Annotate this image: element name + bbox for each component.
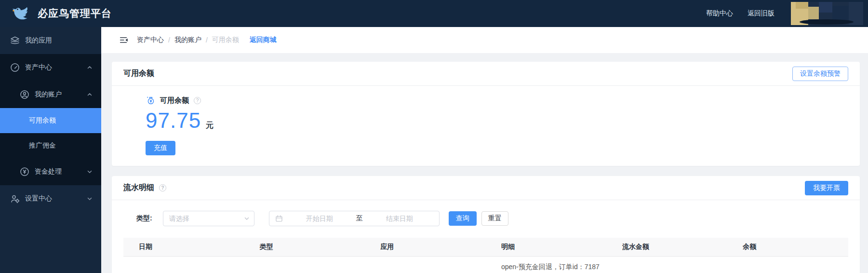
table-header-detail: 明细 [486, 238, 607, 256]
balance-unit: 元 [206, 121, 214, 131]
app-root: 必应鸟管理平台 帮助中心 返回旧版 我的应用 [0, 0, 868, 273]
balance-card-title: 可用余额 [123, 68, 154, 79]
brand-title: 必应鸟管理平台 [38, 7, 112, 20]
chevron-down-icon [244, 216, 250, 221]
balance-label: 可用余额 [160, 96, 189, 105]
breadcrumb-item-asset-center[interactable]: 资产中心 [137, 36, 164, 44]
cell-amount [607, 256, 728, 273]
sidebar-item-label: 可用余额 [29, 116, 56, 125]
sidebar-item-my-account[interactable]: 我的账户 [0, 81, 101, 108]
sidebar-item-promo-commission[interactable]: 推广佣金 [0, 133, 101, 158]
sidebar-item-label: 推广佣金 [29, 141, 56, 150]
chevron-up-icon [87, 92, 93, 97]
top-navbar: 必应鸟管理平台 帮助中心 返回旧版 [0, 0, 868, 27]
breadcrumb-separator: / [168, 36, 170, 44]
table-header-balance: 余额 [727, 238, 848, 256]
calendar-icon [275, 215, 283, 222]
breadcrumb-separator: / [206, 36, 208, 44]
breadcrumb: 资产中心 / 我的账户 / 可用余额 [137, 36, 239, 44]
brand[interactable]: 必应鸟管理平台 [13, 4, 112, 23]
sidebar-item-label: 我的账户 [35, 90, 62, 99]
yuan-coin-icon [19, 166, 30, 177]
table-header-row: 日期 类型 应用 明细 流水金额 余额 [123, 238, 848, 256]
sidebar-item-label: 我的应用 [25, 36, 52, 45]
table-header-date: 日期 [123, 238, 244, 256]
transactions-card: 流水明细 ? 我要开票 类型: [112, 176, 860, 273]
table-header-app: 应用 [365, 238, 486, 256]
table-header-amount: 流水金额 [607, 238, 728, 256]
breadcrumb-item-my-account[interactable]: 我的账户 [174, 36, 201, 44]
sidebar-item-label: 资金处理 [35, 167, 62, 176]
cell-date [123, 256, 244, 273]
transactions-card-header: 流水明细 ? 我要开票 [112, 176, 860, 200]
sidebar-item-asset-center[interactable]: 资产中心 [0, 54, 101, 81]
type-filter-label: 类型: [136, 214, 152, 223]
navbar-right: 帮助中心 返回旧版 [706, 2, 863, 25]
start-date-input[interactable] [286, 215, 353, 222]
sidebar: 我的应用 资产中心 我的账户 [0, 27, 101, 273]
cell-type [244, 256, 365, 273]
recharge-button[interactable]: 充值 [146, 141, 175, 155]
type-select-input[interactable] [169, 215, 240, 222]
filter-row: 类型: 至 查询 重置 [112, 200, 860, 238]
request-invoice-button[interactable]: 我要开票 [805, 181, 848, 195]
sidebar-item-label: 资产中心 [25, 63, 52, 72]
bird-logo-icon [13, 4, 32, 23]
chevron-up-icon [87, 65, 93, 70]
reset-button[interactable]: 重置 [481, 211, 508, 226]
type-select[interactable] [163, 211, 254, 226]
sidebar-item-fund-processing[interactable]: 资金处理 [0, 158, 101, 185]
layers-icon [10, 35, 20, 46]
sidebar-item-my-apps[interactable]: 我的应用 [0, 27, 101, 54]
balance-amount: 97.75 [146, 108, 201, 133]
chevron-down-icon [87, 196, 93, 202]
breadcrumb-item-current: 可用余额 [212, 36, 239, 44]
transactions-table: 日期 类型 应用 明细 流水金额 余额 ope [123, 238, 848, 273]
transactions-card-title: 流水明细 [123, 183, 154, 193]
sidebar-item-available-balance[interactable]: 可用余额 [0, 108, 101, 133]
user-gear-icon [10, 193, 20, 204]
table-header-type: 类型 [244, 238, 365, 256]
sidebar-item-label: 设置中心 [25, 194, 52, 203]
old-version-link[interactable]: 返回旧版 [748, 9, 775, 18]
sidebar-item-settings-center[interactable]: 设置中心 [0, 185, 101, 212]
cell-detail: open-预充金回退，订单id：7187 [486, 256, 607, 273]
date-range-picker[interactable]: 至 [269, 211, 440, 226]
balance-card: 可用余额 设置余额预警 可用余额 ? [112, 62, 860, 166]
balance-card-body: 可用余额 ? 97.75 元 充值 [112, 86, 860, 166]
user-circle-icon [19, 89, 30, 100]
chevron-down-icon [87, 169, 93, 175]
asset-center-section: 资产中心 我的账户 可用余额 推广佣金 [0, 54, 101, 185]
query-button[interactable]: 查询 [449, 211, 477, 226]
balance-card-header: 可用余额 设置余额预警 [112, 62, 860, 86]
breadcrumb-bar: 资产中心 / 我的账户 / 可用余额 返回商城 [101, 27, 868, 53]
user-censored-mosaic[interactable] [791, 2, 863, 25]
back-to-mall-link[interactable]: 返回商城 [250, 36, 277, 44]
cell-balance [727, 256, 848, 273]
balance-help-icon[interactable]: ? [194, 97, 201, 104]
odometer-icon [10, 62, 20, 73]
end-date-input[interactable] [366, 215, 433, 222]
page-content: 可用余额 设置余额预警 可用余额 ? [101, 53, 868, 273]
main-area: 资产中心 / 我的账户 / 可用余额 返回商城 可用余额 设置余额预警 [101, 27, 868, 273]
table-row: open-预充金回退，订单id：7187 [123, 256, 848, 273]
money-bag-icon [146, 95, 156, 106]
date-range-to-label: 至 [353, 214, 366, 223]
help-center-link[interactable]: 帮助中心 [706, 9, 733, 18]
transactions-help-icon[interactable]: ? [159, 184, 166, 191]
set-balance-alert-button[interactable]: 设置余额预警 [792, 67, 848, 81]
menu-fold-icon[interactable] [119, 35, 129, 45]
cell-app [365, 256, 486, 273]
